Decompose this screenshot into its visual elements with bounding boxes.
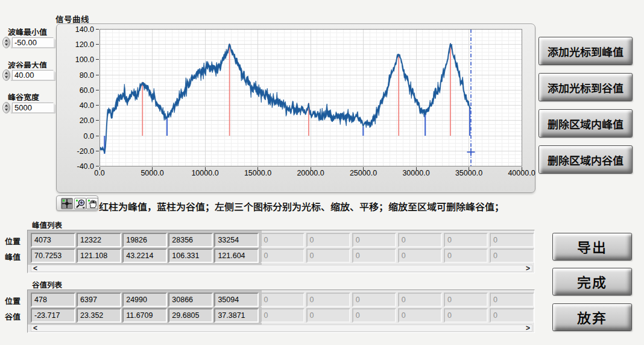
table-cell[interactable]: -23.717 — [31, 308, 75, 323]
hint-text: 红柱为峰值，蓝柱为谷值；左侧三个图标分别为光标、缩放、平移；缩放至区域可删除峰谷… — [99, 199, 504, 214]
y-tick-label: 80.0 — [80, 71, 94, 80]
chart-title: 信号曲线 — [55, 13, 89, 25]
table-cell[interactable]: 35094 — [214, 293, 259, 307]
table-cell[interactable]: 0 — [490, 248, 534, 263]
peak-min-spinner[interactable] — [2, 37, 10, 48]
zoom-tool-button[interactable] — [74, 198, 86, 209]
table-cell[interactable]: 0 — [398, 293, 443, 307]
table-cell[interactable]: 0 — [306, 233, 351, 247]
scroll-right-icon[interactable]: > — [526, 324, 530, 332]
done-button[interactable]: 完成 — [552, 268, 632, 296]
peak-table-scrollbar[interactable]: < > — [31, 265, 532, 272]
x-tick-label: 5000.0 — [140, 169, 163, 177]
spinner-icon — [2, 102, 10, 113]
y-tick-label: 0.0 — [84, 132, 94, 141]
table-cell[interactable]: 29.6805 — [168, 308, 213, 323]
table-cell[interactable]: 121.108 — [77, 248, 121, 263]
table-cell[interactable]: 0 — [260, 293, 305, 307]
y-tick-label: -40.0 — [77, 162, 95, 171]
table-cell[interactable]: 0 — [444, 248, 488, 263]
pan-tool-button[interactable] — [86, 198, 98, 209]
table-cell[interactable]: 0 — [398, 308, 443, 323]
table-cell[interactable]: 4073 — [31, 233, 75, 247]
valley-max-value[interactable]: 40.00 — [12, 70, 54, 80]
peak-min-value[interactable]: -50.00 — [12, 37, 54, 48]
table-cell[interactable]: 0 — [260, 233, 305, 247]
table-cell[interactable]: 0 — [398, 233, 443, 247]
peak-min-field[interactable]: -50.00 — [11, 36, 55, 48]
add-cursor-to-valley-button[interactable]: 添加光标到谷值 — [538, 73, 633, 101]
table-cell[interactable]: 478 — [31, 293, 75, 307]
y-tick-label: 140.0 — [75, 25, 94, 34]
table-cell[interactable]: 30866 — [168, 293, 213, 307]
valley-table-caption: 谷值列表 — [32, 279, 62, 290]
table-cell[interactable]: 0 — [306, 308, 351, 323]
cursor-tool-button[interactable] — [61, 198, 73, 209]
delete-peaks-in-region-button[interactable]: 删除区域内峰值 — [538, 109, 633, 138]
valley-max-spinner[interactable] — [2, 69, 10, 81]
valley-table: 4786397249903086635094000000 -23.71723.3… — [27, 290, 535, 333]
table-cell[interactable]: 12322 — [77, 233, 121, 247]
table-cell[interactable]: 0 — [352, 308, 397, 323]
table-cell[interactable]: 0 — [306, 248, 351, 263]
add-cursor-to-peak-button[interactable]: 添加光标到峰值 — [538, 37, 633, 65]
x-tick-label: 35000.0 — [455, 169, 482, 177]
table-cell[interactable]: 106.331 — [168, 248, 213, 263]
table-cell[interactable]: 121.604 — [214, 248, 259, 263]
peak-position-row-label: 位置 — [5, 235, 21, 247]
valley-max-field[interactable]: 40.00 — [11, 68, 55, 81]
table-cell[interactable]: 6397 — [77, 293, 121, 307]
scroll-left-icon[interactable]: < — [33, 324, 37, 332]
table-cell[interactable]: 24990 — [122, 293, 167, 307]
pv-width-spinner[interactable] — [2, 102, 10, 113]
peak-table-caption: 峰值列表 — [32, 219, 62, 230]
y-tick-label: 100.0 — [75, 55, 94, 64]
table-cell[interactable]: 11.6709 — [122, 308, 167, 323]
signal-chart[interactable]: -40.0-20.00.020.040.060.080.0100.0120.01… — [57, 24, 536, 194]
graph-palette — [56, 195, 98, 211]
valley-position-row-label: 位置 — [5, 295, 21, 306]
table-cell[interactable]: 19826 — [122, 233, 167, 247]
table-cell[interactable]: 0 — [306, 293, 351, 307]
x-tick-label: 10000.0 — [191, 169, 218, 177]
table-cell[interactable]: 0 — [352, 233, 397, 247]
scroll-right-icon[interactable]: > — [526, 265, 530, 272]
export-button[interactable]: 导出 — [552, 233, 632, 261]
crosshair-icon — [62, 198, 72, 209]
table-cell[interactable]: 0 — [490, 293, 534, 307]
table-cell[interactable]: 0 — [444, 293, 488, 307]
y-tick-label: 120.0 — [75, 40, 94, 49]
x-tick-label: 25000.0 — [350, 169, 377, 177]
pv-width-field[interactable]: 5000 — [11, 101, 55, 113]
spinner-icon — [2, 69, 10, 81]
table-cell[interactable]: 33254 — [214, 233, 259, 247]
table-cell[interactable]: 0 — [444, 233, 488, 247]
table-cell[interactable]: 43.2214 — [122, 248, 167, 263]
table-cell[interactable]: 0 — [398, 248, 443, 263]
table-cell[interactable]: 0 — [490, 233, 534, 247]
y-tick-label: -20.0 — [77, 147, 95, 156]
table-cell[interactable]: 0 — [352, 248, 397, 263]
table-cell[interactable]: 28356 — [168, 233, 213, 247]
table-cell[interactable]: 23.352 — [77, 308, 121, 323]
pv-width-value[interactable]: 5000 — [12, 103, 54, 113]
signal-chart-panel: -40.0-20.00.020.040.060.080.0100.0120.01… — [56, 24, 535, 193]
x-tick-label: 15000.0 — [244, 169, 271, 177]
x-tick-label: 40000.0 — [508, 169, 535, 177]
x-tick-label: 20000.0 — [297, 169, 324, 177]
peak-value-row-label: 峰值 — [5, 251, 21, 262]
table-cell[interactable]: 0 — [490, 308, 534, 323]
table-cell[interactable]: 0 — [260, 308, 305, 323]
table-cell[interactable]: 0 — [444, 308, 488, 323]
y-tick-label: 40.0 — [80, 101, 94, 110]
table-cell[interactable]: 70.7253 — [31, 248, 75, 263]
x-tick-label: 0.0 — [94, 169, 104, 177]
abandon-button[interactable]: 放弃 — [552, 303, 632, 331]
table-cell[interactable]: 37.3871 — [214, 308, 259, 323]
x-tick-label: 30000.0 — [402, 169, 429, 177]
table-cell[interactable]: 0 — [260, 248, 305, 263]
scroll-left-icon[interactable]: < — [33, 265, 37, 272]
table-cell[interactable]: 0 — [352, 293, 397, 307]
delete-valleys-in-region-button[interactable]: 删除区域内谷值 — [538, 145, 633, 174]
valley-table-scrollbar[interactable]: < > — [31, 324, 532, 332]
